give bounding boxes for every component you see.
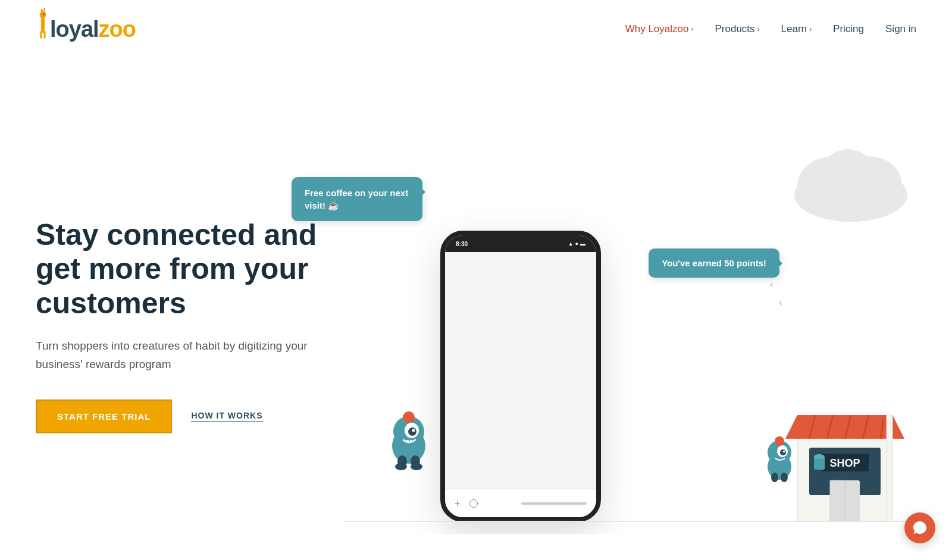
svg-point-23 — [403, 411, 415, 423]
cloud-illustration — [785, 141, 916, 225]
phone-status-icons: ▲●▬ — [568, 241, 585, 247]
chevron-down-icon: › — [757, 25, 760, 33]
hero-illustration: Free coffee on your next visit! ☕ You've… — [345, 106, 916, 522]
hero-subtitle: Turn shoppers into creatures of habit by… — [36, 337, 309, 373]
chat-bubble-1: Free coffee on your next visit! ☕ — [292, 177, 422, 221]
nav-products[interactable]: Products › — [715, 23, 759, 35]
svg-point-31 — [780, 449, 786, 455]
svg-point-9 — [43, 24, 45, 26]
logo-text: loyalzoo — [50, 18, 136, 40]
ground-line — [345, 521, 916, 522]
svg-point-26 — [395, 463, 407, 470]
svg-point-35 — [781, 473, 788, 482]
nav-why-loyalzoo[interactable]: Why Loyalzoo › — [625, 23, 694, 35]
phone-circle-icon — [469, 499, 478, 508]
nav-learn[interactable]: Learn › — [781, 23, 812, 35]
cta-row: START FREE TRIAL HOW IT WORKS — [36, 399, 345, 433]
deco-arrow-2: ‹ — [779, 296, 782, 309]
hero-section: Stay connected and get more from your cu… — [0, 58, 952, 534]
svg-point-15 — [821, 149, 875, 199]
phone-bottom-bar: + — [445, 489, 596, 517]
svg-point-6 — [43, 13, 45, 15]
chat-support-button[interactable] — [904, 512, 935, 543]
chevron-down-icon: › — [691, 25, 693, 33]
svg-point-7 — [43, 14, 44, 14]
logo[interactable]: loyalzoo — [36, 13, 136, 45]
svg-point-5 — [43, 8, 45, 10]
chat-bubble-2: You've earned 50 points! — [649, 248, 779, 278]
phone-mockup: 8:30 ▲●▬ + — [440, 231, 601, 522]
phone-screen — [445, 252, 596, 489]
hero-content: Stay connected and get more from your cu… — [36, 194, 345, 433]
phone-nav-icons: + — [455, 498, 478, 509]
svg-rect-21 — [406, 440, 409, 442]
svg-rect-10 — [40, 32, 42, 39]
svg-point-19 — [408, 427, 416, 436]
chevron-down-icon: › — [809, 25, 812, 33]
shop-building-illustration: SHOP — [785, 379, 904, 522]
phone-status-bar: 8:30 ▲●▬ — [445, 235, 596, 252]
chat-icon — [912, 520, 928, 536]
svg-point-32 — [783, 451, 785, 453]
phone-home-bar — [521, 502, 587, 505]
svg-text:SHOP: SHOP — [829, 457, 860, 469]
hero-title: Stay connected and get more from your cu… — [36, 218, 345, 321]
main-nav: Why Loyalzoo › Products › Learn › Pricin… — [625, 23, 916, 35]
svg-point-34 — [771, 473, 778, 482]
svg-point-20 — [412, 429, 415, 432]
deco-arrow-1: ‹ — [770, 278, 774, 291]
monster-small-character — [759, 430, 800, 489]
phone-plus-icon: + — [455, 498, 460, 509]
svg-rect-22 — [410, 440, 412, 442]
svg-point-27 — [411, 463, 422, 470]
svg-point-33 — [775, 436, 784, 446]
svg-point-3 — [41, 10, 43, 11]
svg-point-8 — [41, 20, 43, 22]
svg-point-48 — [814, 454, 825, 459]
giraffe-logo-icon — [35, 8, 51, 40]
svg-rect-51 — [887, 415, 892, 522]
nav-pricing[interactable]: Pricing — [833, 23, 864, 35]
svg-rect-11 — [44, 32, 46, 39]
how-it-works-link[interactable]: HOW IT WORKS — [191, 411, 262, 422]
header: loyalzoo Why Loyalzoo › Products › Learn… — [0, 0, 952, 58]
start-free-trial-button[interactable]: START FREE TRIAL — [36, 399, 172, 433]
nav-signin[interactable]: Sign in — [885, 23, 916, 35]
monster-big-character — [382, 403, 436, 486]
